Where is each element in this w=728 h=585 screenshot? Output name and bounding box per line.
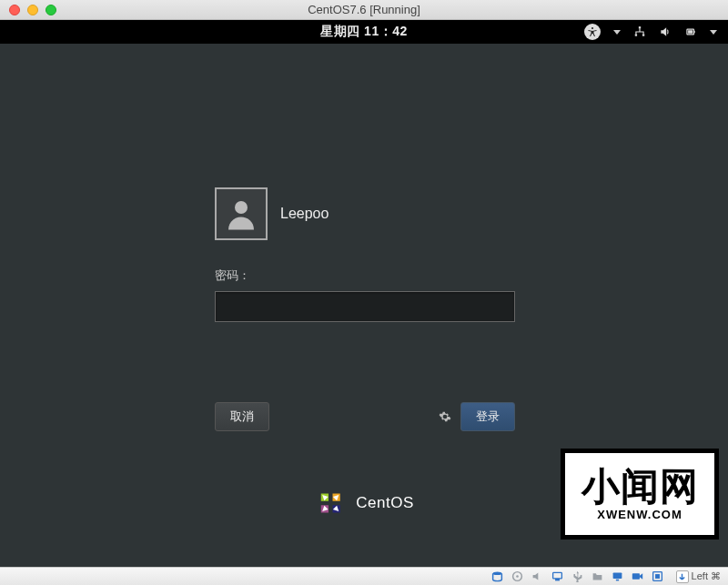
- optical-drive-icon[interactable]: [511, 570, 525, 584]
- svg-rect-6: [688, 30, 693, 34]
- svg-rect-20: [555, 579, 560, 580]
- virtualbox-status-bar: Left ⌘: [0, 567, 728, 585]
- network-icon[interactable]: [633, 25, 646, 38]
- host-key-arrow-icon: [676, 570, 689, 583]
- network-adapter-icon[interactable]: [551, 570, 565, 584]
- svg-rect-25: [655, 574, 660, 579]
- audio-icon[interactable]: [531, 570, 545, 584]
- display-icon[interactable]: [611, 570, 625, 584]
- chevron-down-icon[interactable]: [613, 30, 621, 35]
- username-label: Leepoo: [280, 206, 329, 222]
- volume-icon[interactable]: [659, 25, 672, 38]
- svg-point-7: [235, 201, 248, 214]
- centos-logo: CentOS: [314, 487, 413, 519]
- login-button[interactable]: 登录: [460, 402, 515, 431]
- guest-additions-icon[interactable]: [651, 570, 665, 584]
- svg-rect-5: [694, 31, 695, 33]
- svg-rect-2: [635, 34, 637, 35]
- traffic-lights: [0, 5, 56, 15]
- gnome-topbar: 星期四 11：42: [0, 20, 728, 44]
- hard-disk-icon[interactable]: [490, 570, 505, 584]
- centos-mark-icon: [314, 487, 347, 519]
- recording-icon[interactable]: [631, 570, 645, 584]
- window-minimize-button[interactable]: [27, 5, 38, 15]
- topbar-right-cluster: [584, 24, 717, 40]
- window-close-button[interactable]: [9, 5, 20, 15]
- button-row: 取消 登录: [215, 402, 515, 431]
- window-title: CentOS7.6 [Running]: [0, 3, 728, 16]
- usb-icon[interactable]: [571, 570, 585, 584]
- svg-point-16: [493, 571, 502, 575]
- svg-rect-22: [616, 580, 619, 581]
- svg-point-18: [516, 575, 519, 578]
- avatar: [215, 187, 268, 240]
- window-zoom-button[interactable]: [46, 5, 56, 15]
- cancel-button-label: 取消: [230, 408, 254, 425]
- svg-rect-21: [613, 572, 622, 579]
- battery-icon[interactable]: [684, 25, 697, 38]
- vm-screen: 星期四 11：42 Leepoo 密码：: [0, 20, 728, 567]
- svg-rect-23: [632, 573, 640, 580]
- watermark-en: XWENW.COM: [597, 508, 682, 521]
- shared-folders-icon[interactable]: [591, 570, 605, 584]
- password-input[interactable]: [215, 291, 515, 322]
- login-panel: Leepoo 密码： 取消 登录: [215, 187, 515, 431]
- clock[interactable]: 星期四 11：42: [320, 24, 408, 40]
- watermark: 小闻网 XWENW.COM: [561, 449, 719, 540]
- svg-point-0: [592, 27, 593, 29]
- host-key-indicator[interactable]: Left ⌘: [676, 570, 721, 583]
- svg-rect-1: [639, 26, 641, 28]
- user-display: Leepoo: [215, 187, 515, 240]
- password-label: 密码：: [215, 267, 515, 284]
- accessibility-icon[interactable]: [584, 24, 601, 40]
- cancel-button[interactable]: 取消: [215, 402, 269, 431]
- login-button-label: 登录: [476, 408, 500, 425]
- chevron-down-icon[interactable]: [710, 30, 717, 35]
- host-key-label: Left ⌘: [692, 570, 721, 582]
- watermark-cn: 小闻网: [581, 468, 699, 506]
- svg-rect-3: [642, 34, 644, 35]
- gear-icon[interactable]: [439, 410, 451, 423]
- os-name: CentOS: [356, 494, 413, 512]
- login-cluster: 登录: [439, 402, 515, 431]
- svg-rect-19: [553, 572, 562, 579]
- mac-window-titlebar: CentOS7.6 [Running]: [0, 0, 728, 20]
